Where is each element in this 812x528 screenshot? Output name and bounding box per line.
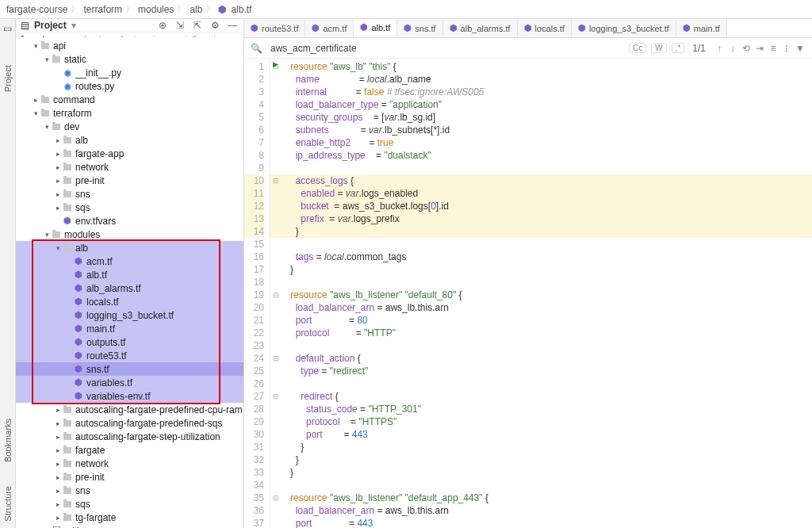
fold-gutter[interactable]: ⊟⊟⊟⊟⊟⊟	[270, 59, 282, 528]
line-number[interactable]: 16	[244, 251, 264, 263]
tree-file[interactable]: ⬢locals.tf	[16, 295, 243, 308]
code-line[interactable]	[290, 479, 812, 492]
tree-twisty[interactable]: ▸	[54, 500, 62, 508]
line-number[interactable]: 32	[244, 453, 264, 466]
match-case[interactable]: Cc	[629, 43, 646, 53]
breadcrumb[interactable]: fargate-course〉 terraform〉 modules〉 alb〉…	[0, 0, 812, 19]
whole-word[interactable]: W	[651, 43, 666, 53]
search-nav-btn-1[interactable]: ↓	[727, 43, 738, 54]
line-number[interactable]: 35	[244, 492, 264, 504]
tree-twisty[interactable]: ▸	[54, 190, 62, 198]
tree-file[interactable]: ⬢alb.tf	[16, 268, 243, 281]
line-number[interactable]: 9	[244, 162, 264, 174]
line-number[interactable]: 22	[244, 327, 264, 339]
run-gutter-icon[interactable]: ▶	[273, 60, 278, 68]
tree-folder[interactable]: ▾api	[16, 39, 243, 52]
code-line[interactable]: port = 80	[290, 314, 812, 327]
tree-twisty[interactable]: ▾	[32, 109, 40, 117]
line-number[interactable]: 36	[244, 504, 264, 517]
code-line[interactable]: load_balancer_type = "application"	[290, 98, 812, 111]
editor-tab[interactable]: ⬢logging_s3_bucket.tf	[572, 19, 676, 37]
line-number[interactable]: 33	[244, 466, 264, 479]
code-line[interactable]: }	[290, 263, 812, 276]
line-number[interactable]: 2	[244, 73, 264, 86]
tree-folder[interactable]: ▾alb	[16, 241, 243, 254]
code-line[interactable]: bucket = aws_s3_bucket.logs[0].id	[282, 200, 812, 212]
line-number[interactable]: 37	[244, 517, 264, 528]
tree-twisty[interactable]: ▸	[54, 473, 62, 481]
search-nav-btn-0[interactable]: ↑	[714, 43, 725, 54]
code-line[interactable]: type = "redirect"	[290, 365, 812, 377]
code-line[interactable]: name = local.alb_name	[290, 73, 812, 86]
line-number[interactable]: 8	[244, 149, 264, 162]
tree-twisty[interactable]: ▸	[54, 150, 62, 158]
tree-folder[interactable]: ▸autoscaling-fargate-step-utilization	[16, 430, 243, 443]
dropdown-icon[interactable]: ▾	[71, 20, 76, 31]
code-line[interactable]: port = 443	[290, 517, 812, 528]
tree-folder[interactable]: ▾dev	[16, 120, 243, 133]
tree-file[interactable]: ⬢variables-env.tf	[16, 389, 243, 403]
tree-folder[interactable]: ▸autoscaling-fargate-predefined-cpu-ram	[16, 403, 243, 416]
expand-icon[interactable]: ⇲	[174, 19, 186, 32]
editor-tab[interactable]: ⬢route53.tf	[244, 19, 305, 37]
line-number[interactable]: 25	[244, 365, 264, 377]
search-nav-btn-3[interactable]: ⇥	[754, 43, 765, 54]
tree-file[interactable]: ⬢alb_alarms.tf	[16, 281, 243, 295]
code-line[interactable]: resource "aws_lb" "this" {	[290, 60, 812, 73]
line-number[interactable]: 17	[244, 263, 264, 276]
search-nav-btn-6[interactable]: ▼	[795, 43, 806, 54]
tree-folder[interactable]: ▸pre-init	[16, 174, 243, 187]
code-line[interactable]: }	[290, 466, 812, 479]
tree-file[interactable]: .gitignore	[16, 524, 243, 528]
code-line[interactable]: subnets = var.lb_subnets[*].id	[290, 124, 812, 136]
project-tool-label[interactable]: Project	[3, 65, 13, 92]
tree-twisty[interactable]: ▾	[54, 244, 62, 252]
line-number[interactable]: 18	[244, 276, 264, 289]
tree-twisty[interactable]: ▸	[54, 446, 62, 454]
line-number[interactable]: 14	[244, 225, 264, 238]
line-number[interactable]: 34	[244, 479, 264, 492]
line-number[interactable]: 15	[244, 238, 264, 251]
line-number[interactable]: 31	[244, 441, 264, 453]
line-number[interactable]: 3	[244, 86, 264, 98]
tree-file[interactable]: ⬢route53.tf	[16, 349, 243, 362]
tree-twisty[interactable]: ▸	[54, 487, 62, 495]
code-line[interactable]: }	[282, 225, 812, 238]
code-line[interactable]: protocol = "HTTP"	[290, 327, 812, 339]
line-number[interactable]: 13	[244, 212, 264, 225]
code-line[interactable]: status_code = "HTTP_301"	[290, 403, 812, 415]
tree-file[interactable]: ◉__init__.py	[16, 66, 243, 79]
tree-folder[interactable]: ▸command	[16, 93, 243, 106]
code-line[interactable]	[290, 162, 812, 174]
line-gutter[interactable]: 1234567891011121314151617181920212223242…	[244, 59, 270, 528]
code-line[interactable]: enable_http2 = true	[290, 136, 812, 149]
tree-twisty[interactable]: ▾	[43, 231, 51, 239]
code-line[interactable]	[290, 276, 812, 289]
tree-twisty[interactable]: ▸	[54, 406, 62, 414]
crumb-1[interactable]: terraform	[83, 4, 122, 15]
crumb-3[interactable]: alb	[190, 4, 202, 15]
line-number[interactable]: 11	[244, 187, 264, 200]
line-number[interactable]: 21	[244, 314, 264, 327]
tree-file[interactable]: ⬢main.tf	[16, 322, 243, 335]
tree-folder[interactable]: ▸network	[16, 457, 243, 470]
line-number[interactable]: 24	[244, 352, 264, 365]
code-line[interactable]: load_balancer_arn = aws_lb.this.arn	[290, 301, 812, 314]
line-number[interactable]: 1	[244, 60, 264, 73]
project-tree[interactable]: ▾api▾static◉__init__.py◉routes.py▸comman…	[16, 37, 243, 528]
fold-toggle[interactable]: ⊟	[270, 174, 282, 187]
tree-twisty[interactable]: ▸	[54, 460, 62, 468]
code-line[interactable]: port = 443	[290, 428, 812, 441]
code-body[interactable]: resource "aws_lb" "this" { name = local.…	[282, 59, 812, 528]
code-line[interactable]: }	[290, 453, 812, 466]
tree-file[interactable]: ⬢logging_s3_bucket.tf	[16, 308, 243, 322]
code-line[interactable]: default_action {	[290, 352, 812, 365]
code-line[interactable]: resource "aws_lb_listener" "default_80" …	[290, 289, 812, 301]
tree-folder[interactable]: ▸sqs	[16, 497, 243, 511]
code-line[interactable]: redirect {	[290, 390, 812, 403]
collapse-icon[interactable]: ⇱	[191, 19, 204, 32]
tree-file[interactable]: ⬢sns.tf	[16, 362, 243, 376]
regex[interactable]: .*	[672, 43, 685, 53]
tree-folder[interactable]: ▾static	[16, 52, 243, 66]
tree-twisty[interactable]: ▾	[43, 123, 51, 131]
